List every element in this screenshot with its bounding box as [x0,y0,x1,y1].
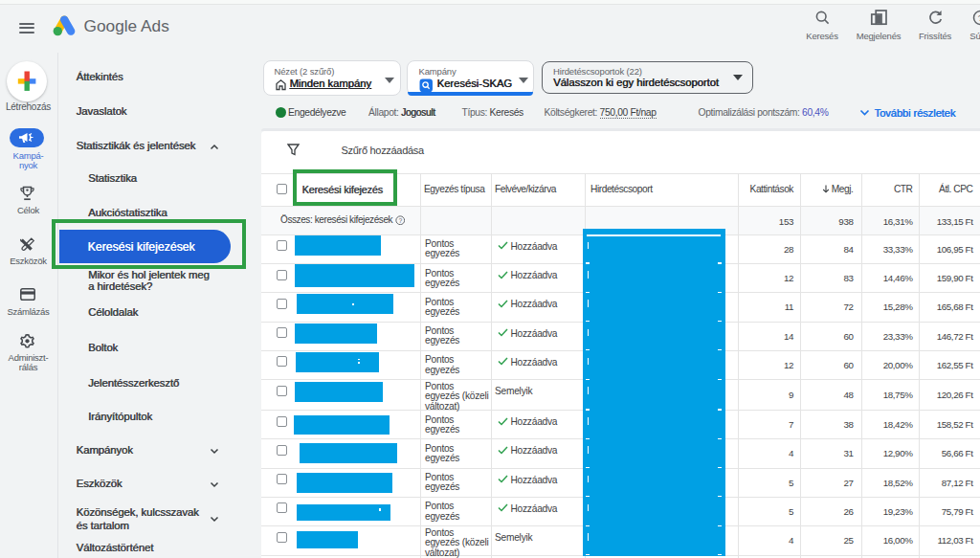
svg-text:?: ? [398,216,402,223]
